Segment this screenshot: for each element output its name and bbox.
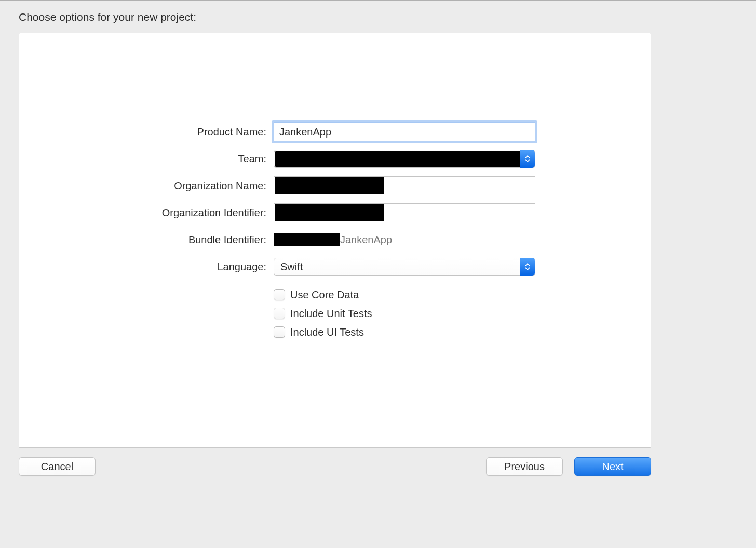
project-form: Product Name: Team:	[19, 122, 651, 344]
row-ui-tests: Include UI Tests	[19, 325, 651, 339]
label-core-data: Use Core Data	[290, 289, 359, 301]
new-project-dialog: Choose options for your new project: Pro…	[0, 1, 670, 485]
control-language: Swift	[274, 258, 535, 276]
cancel-label: Cancel	[41, 461, 73, 473]
row-org-name: Organization Name:	[19, 176, 651, 195]
next-label: Next	[602, 461, 623, 473]
control-org-name	[274, 176, 535, 195]
next-button[interactable]: Next	[574, 457, 651, 476]
dialog-footer: Cancel Previous Next	[19, 448, 651, 485]
product-name-input[interactable]	[274, 122, 535, 141]
ui-tests-checkbox[interactable]	[274, 326, 285, 338]
redacted-block	[274, 233, 340, 246]
label-ui-tests: Include UI Tests	[290, 326, 364, 338]
org-name-input[interactable]	[274, 176, 535, 195]
previous-label: Previous	[504, 461, 545, 473]
row-org-identifier: Organization Identifier:	[19, 203, 651, 222]
unit-tests-checkbox[interactable]	[274, 308, 285, 319]
control-bundle-identifier: JankenApp	[274, 233, 535, 246]
row-language: Language: Swift	[19, 257, 651, 276]
row-product-name: Product Name:	[19, 122, 651, 141]
label-org-name: Organization Name:	[19, 180, 274, 192]
control-product-name	[274, 122, 535, 141]
language-select[interactable]: Swift	[274, 258, 535, 276]
label-unit-tests: Include Unit Tests	[290, 308, 372, 320]
footer-right: Previous Next	[486, 457, 651, 476]
previous-button[interactable]: Previous	[486, 457, 563, 476]
chevron-up-down-icon	[520, 150, 535, 168]
label-team: Team:	[19, 153, 274, 165]
row-unit-tests: Include Unit Tests	[19, 306, 651, 321]
row-bundle-identifier: Bundle Identifier: JankenApp	[19, 230, 651, 249]
label-org-identifier: Organization Identifier:	[19, 207, 274, 219]
row-core-data: Use Core Data	[19, 287, 651, 302]
label-language: Language:	[19, 261, 274, 273]
team-select[interactable]	[274, 150, 535, 168]
label-product-name: Product Name:	[19, 126, 274, 138]
language-value: Swift	[280, 261, 303, 273]
dialog-title: Choose options for your new project:	[19, 11, 651, 23]
control-org-identifier	[274, 203, 535, 222]
options-block: Use Core Data Include Unit Tests Include…	[19, 287, 651, 339]
redacted-block	[275, 151, 520, 167]
control-team	[274, 150, 535, 168]
core-data-checkbox[interactable]	[274, 289, 285, 300]
bundle-identifier-value: JankenApp	[274, 233, 392, 246]
bundle-suffix: JankenApp	[340, 234, 392, 246]
cancel-button[interactable]: Cancel	[19, 457, 96, 476]
org-identifier-input[interactable]	[274, 203, 535, 222]
chevron-up-down-icon	[520, 258, 535, 276]
label-bundle-identifier: Bundle Identifier:	[19, 234, 274, 246]
form-panel: Product Name: Team:	[19, 33, 651, 448]
row-team: Team:	[19, 149, 651, 168]
